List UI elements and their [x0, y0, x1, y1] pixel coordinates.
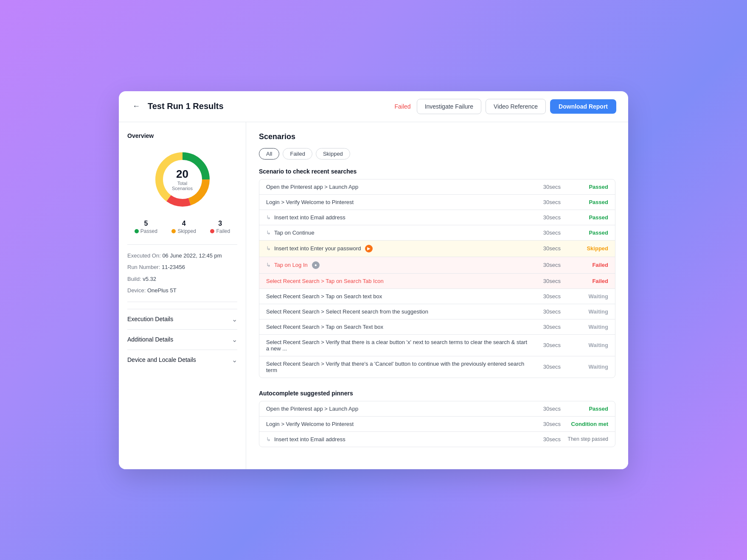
skipped-count: 4: [171, 220, 196, 227]
failed-count: 3: [210, 220, 230, 227]
scenario-status: Passed: [566, 184, 608, 190]
legend-passed: 5 Passed: [135, 220, 157, 234]
scenario-status: Skipped: [566, 245, 608, 252]
legend-failed: 3 Failed: [210, 220, 230, 234]
scenario-name: ↳Insert text into Enter your password▶: [266, 245, 530, 252]
scenario-status: Then step passed: [566, 436, 608, 442]
scenario-name: Select Recent Search > Tap on Search Tex…: [266, 324, 530, 330]
scenario-duration: 30secs: [535, 324, 561, 330]
scenario-status: Condition met: [566, 421, 608, 427]
meta-item: Run Number: 11-23456: [127, 263, 237, 272]
table-row: Select Recent Search > Verify that there…: [259, 335, 615, 356]
scenario-name: ↳Tap on Continue: [266, 230, 530, 236]
chevron-down-icon: ⌄: [232, 315, 237, 323]
scenario-name: Open the Pinterest app > Launch App: [266, 406, 530, 412]
accordion-item[interactable]: Additional Details⌄: [127, 329, 237, 350]
scenario-name: Select Recent Search > Tap on Search Tab…: [266, 278, 530, 284]
donut-total: 20: [166, 168, 198, 179]
table-row: Open the Pinterest app > Launch App30sec…: [259, 401, 615, 417]
meta-item: Executed On: 06 June 2022, 12:45 pm: [127, 252, 237, 260]
scenario-duration: 30secs: [535, 262, 561, 268]
filter-pill[interactable]: All: [259, 148, 279, 160]
scenario-duration: 30secs: [535, 308, 561, 315]
table-row: Select Recent Search > Verify that there…: [259, 356, 615, 378]
overview-title: Overview: [127, 132, 237, 139]
table-row: ↳Tap on Log In●30secsFailed: [259, 257, 615, 274]
table-row: Open the Pinterest app > Launch App30sec…: [259, 179, 615, 195]
donut-chart: 20 Total Scenarios: [127, 148, 237, 211]
main-content[interactable]: Scenarios AllFailedSkipped Scenario to c…: [246, 122, 628, 469]
main-card: ← Test Run 1 Results Failed Investigate …: [119, 91, 628, 469]
filter-pills: AllFailedSkipped: [259, 148, 615, 160]
scenario-status: Failed: [566, 278, 608, 284]
chevron-down-icon: ⌄: [232, 336, 237, 344]
header-actions: Investigate Failure Video Reference Down…: [417, 99, 616, 114]
chevron-down-icon: ⌄: [232, 356, 237, 364]
donut-label: Total Scenarios: [166, 180, 198, 190]
page-title: Test Run 1 Results: [148, 101, 385, 111]
scenario-group: Scenario to check recent searchesOpen th…: [259, 168, 615, 378]
scenario-name: Select Recent Search > Verify that there…: [266, 361, 530, 373]
status-badge: Failed: [395, 103, 411, 110]
scenario-duration: 30secs: [535, 364, 561, 370]
scenario-status: Passed: [566, 230, 608, 236]
scenario-duration: 30secs: [535, 293, 561, 300]
scenario-name: Login > Verify Welcome to Pinterest: [266, 199, 530, 205]
table-row: ↳Insert text into Email address30secsPas…: [259, 210, 615, 225]
scenario-status: Passed: [566, 214, 608, 221]
scenario-name: ↳Insert text into Email address: [266, 214, 530, 221]
scenario-duration: 30secs: [535, 230, 561, 236]
scenario-name: Login > Verify Welcome to Pinterest: [266, 421, 530, 427]
scenario-duration: 30secs: [535, 406, 561, 412]
download-report-button[interactable]: Download Report: [550, 99, 616, 114]
table-row: Select Recent Search > Tap on Search tex…: [259, 289, 615, 304]
step-icon-orange: ▶: [365, 245, 373, 252]
scenario-status: Waiting: [566, 324, 608, 330]
table-row: Select Recent Search > Tap on Search Tex…: [259, 319, 615, 335]
passed-label: Passed: [135, 228, 157, 234]
scenario-table: Open the Pinterest app > Launch App30sec…: [259, 179, 615, 378]
scenario-table: Open the Pinterest app > Launch App30sec…: [259, 401, 615, 447]
table-row: Login > Verify Welcome to Pinterest30sec…: [259, 195, 615, 210]
sidebar: Overview: [119, 122, 246, 469]
table-row: ↳Insert text into Enter your password▶30…: [259, 241, 615, 257]
header: ← Test Run 1 Results Failed Investigate …: [119, 91, 628, 122]
indent-icon: ↳: [266, 262, 271, 268]
accordion-item[interactable]: Execution Details⌄: [127, 309, 237, 329]
indent-icon: ↳: [266, 214, 271, 221]
indent-icon: ↳: [266, 245, 271, 252]
filter-pill[interactable]: Skipped: [316, 148, 350, 160]
accordion-item[interactable]: Device and Locale Details⌄: [127, 350, 237, 370]
scenario-name: Select Recent Search > Select Recent sea…: [266, 308, 530, 315]
scenario-duration: 30secs: [535, 184, 561, 190]
scenario-name: Open the Pinterest app > Launch App: [266, 184, 530, 190]
scenario-status: Waiting: [566, 308, 608, 315]
filter-pill[interactable]: Failed: [283, 148, 312, 160]
meta-item: Build: v5.32: [127, 275, 237, 283]
scenario-duration: 30secs: [535, 278, 561, 284]
investigate-button[interactable]: Investigate Failure: [417, 99, 481, 114]
scenario-name: ↳Insert text into Email address: [266, 436, 530, 442]
scenario-duration: 30secs: [535, 245, 561, 252]
scenario-status: Passed: [566, 199, 608, 205]
scenario-duration: 30secs: [535, 199, 561, 205]
table-row: ↳Insert text into Email address30secsThe…: [259, 432, 615, 447]
failed-label: Failed: [210, 228, 230, 234]
table-row: Select Recent Search > Select Recent sea…: [259, 304, 615, 319]
scenario-groups: Scenario to check recent searchesOpen th…: [259, 168, 615, 447]
legend: 5 Passed 4 Skipped 3: [127, 220, 237, 234]
back-button[interactable]: ←: [131, 100, 142, 112]
scenario-status: Waiting: [566, 364, 608, 370]
scenario-status: Passed: [566, 406, 608, 412]
video-reference-button[interactable]: Video Reference: [486, 99, 546, 114]
step-icon-gray: ●: [312, 261, 320, 269]
scenarios-title: Scenarios: [259, 132, 615, 141]
passed-count: 5: [135, 220, 157, 227]
scenario-duration: 30secs: [535, 436, 561, 442]
scenario-status: Waiting: [566, 342, 608, 348]
scenario-name: Select Recent Search > Verify that there…: [266, 339, 530, 352]
table-row: Login > Verify Welcome to Pinterest30sec…: [259, 417, 615, 432]
meta-list: Executed On: 06 June 2022, 12:45 pmRun N…: [127, 252, 237, 295]
back-icon: ←: [132, 102, 140, 111]
table-row: ↳Tap on Continue30secsPassed: [259, 225, 615, 241]
